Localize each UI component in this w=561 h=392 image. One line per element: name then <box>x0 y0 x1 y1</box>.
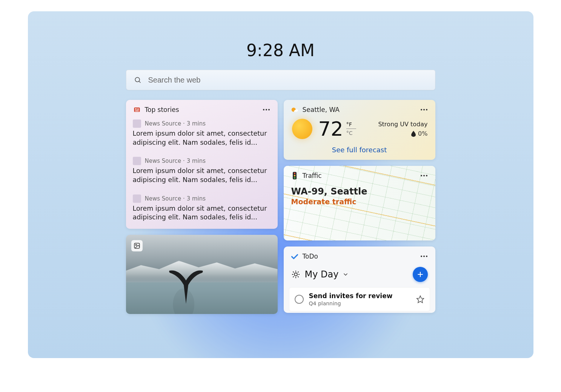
droplet-icon <box>411 131 416 137</box>
search-input[interactable] <box>148 76 427 84</box>
traffic-menu-button[interactable] <box>420 171 429 180</box>
todo-item-subtitle: Q4 planning <box>309 300 416 306</box>
svg-point-9 <box>135 244 137 245</box>
weather-menu-button[interactable] <box>420 105 429 114</box>
unit-toggle[interactable]: °F °C <box>346 121 356 136</box>
svg-line-22 <box>293 276 294 277</box>
news-item[interactable]: News Source · 3 mins Lorem ipsum dolor s… <box>126 191 278 229</box>
svg-rect-3 <box>135 109 137 110</box>
news-title: Top stories <box>145 106 262 113</box>
svg-marker-26 <box>417 296 423 303</box>
weather-precipitation: 0% <box>378 130 427 137</box>
news-headline: Lorem ipsum dolor sit amet, consectetur … <box>133 204 271 222</box>
weather-temperature: 72 <box>318 119 343 139</box>
svg-point-12 <box>294 173 295 174</box>
svg-line-21 <box>298 276 298 277</box>
photos-widget[interactable] <box>126 235 278 314</box>
news-thumbnail <box>133 119 141 128</box>
traffic-widget[interactable]: Traffic WA-99, Seattle Moderate traffic <box>284 166 435 240</box>
news-menu-button[interactable] <box>262 105 271 114</box>
todo-title: ToDo <box>303 253 420 260</box>
svg-rect-4 <box>135 110 139 110</box>
news-widget[interactable]: Top stories News Source · 3 mins Lorem i… <box>126 100 278 229</box>
svg-line-1 <box>139 81 140 83</box>
photos-icon <box>131 240 143 251</box>
sun-icon <box>292 119 312 139</box>
weather-uv-text: Strong UV today <box>378 121 427 128</box>
traffic-light-icon <box>290 172 299 180</box>
add-task-button[interactable] <box>413 267 428 282</box>
svg-line-20 <box>293 272 294 273</box>
svg-line-23 <box>298 272 298 273</box>
news-item[interactable]: News Source · 3 mins Lorem ipsum dolor s… <box>126 116 278 154</box>
svg-rect-6 <box>137 109 138 109</box>
svg-point-15 <box>294 273 297 276</box>
sun-outline-icon <box>291 270 300 279</box>
todo-item-title: Send invites for review <box>309 292 416 300</box>
traffic-title: Traffic <box>303 172 420 179</box>
news-headline: Lorem ipsum dolor sit amet, consectetur … <box>133 167 271 184</box>
traffic-status: Moderate traffic <box>284 197 435 207</box>
widgets-panel: 9:28 AM Top stories <box>28 11 533 358</box>
weather-icon <box>290 106 299 114</box>
todo-widget[interactable]: ToDo My Day <box>284 247 435 313</box>
forecast-link[interactable]: See full forecast <box>284 146 435 154</box>
whale-tail-image <box>165 262 207 308</box>
search-bar[interactable] <box>126 70 435 90</box>
todo-checkbox[interactable] <box>295 295 304 304</box>
todo-menu-button[interactable] <box>420 252 429 261</box>
svg-rect-7 <box>137 109 138 110</box>
svg-rect-5 <box>135 111 139 111</box>
svg-point-14 <box>294 177 295 179</box>
weather-widget[interactable]: Seattle, WA 72 °F °C <box>284 100 435 160</box>
news-headline: Lorem ipsum dolor sit amet, consectetur … <box>133 129 271 147</box>
news-thumbnail <box>133 194 141 203</box>
search-icon <box>134 76 141 84</box>
star-icon[interactable] <box>416 295 424 303</box>
news-thumbnail <box>133 157 141 165</box>
news-item[interactable]: News Source · 3 mins Lorem ipsum dolor s… <box>126 154 278 191</box>
svg-point-13 <box>294 175 295 176</box>
todo-icon <box>290 252 299 260</box>
clock-text: 9:28 AM <box>246 41 315 60</box>
weather-location: Seattle, WA <box>303 106 420 113</box>
todo-item[interactable]: Send invites for review Q4 planning <box>289 287 430 311</box>
news-icon <box>133 106 141 114</box>
svg-point-0 <box>135 77 140 82</box>
traffic-route: WA-99, Seattle <box>284 182 435 197</box>
todo-list-name[interactable]: My Day <box>305 269 339 280</box>
chevron-down-icon[interactable] <box>342 271 349 278</box>
